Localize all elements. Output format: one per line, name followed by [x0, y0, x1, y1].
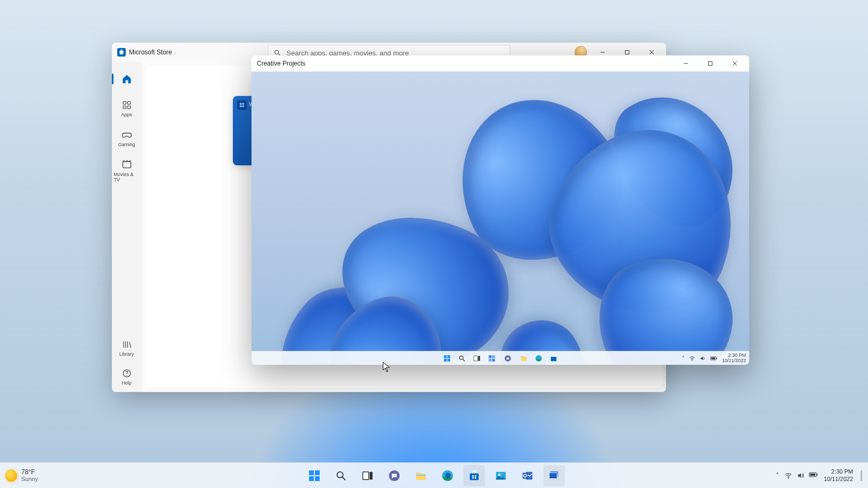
svg-rect-1: [626, 51, 629, 54]
sidebar-label-library: Library: [119, 351, 134, 357]
creative-titlebar[interactable]: Creative Projects: [252, 55, 749, 71]
vt-store-icon[interactable]: [549, 354, 558, 363]
tray-chevron-icon[interactable]: ˄: [776, 472, 779, 479]
taskbar-desktops-button[interactable]: [543, 465, 565, 486]
taskbar-time: 2:30 PM: [824, 468, 853, 475]
search-icon: [335, 469, 347, 482]
svg-rect-7: [127, 101, 130, 104]
tray-volume-icon[interactable]: [797, 471, 805, 479]
vt-taskview-icon[interactable]: [472, 354, 482, 363]
virtual-taskbar-tray: ˄ 2:30 PM 10/11/2022: [682, 353, 746, 364]
svg-rect-30: [492, 355, 495, 358]
creative-title: Creative Projects: [257, 60, 305, 67]
sidebar-label-apps: Apps: [121, 112, 132, 117]
sidebar-label-movies: Movies & TV: [114, 172, 140, 182]
vt-clock[interactable]: 2:30 PM 10/11/2022: [722, 353, 746, 364]
sidebar-item-apps[interactable]: Apps: [114, 95, 140, 121]
weather-temp: 78°F: [21, 469, 38, 476]
svg-rect-15: [240, 105, 242, 107]
library-icon: [122, 340, 132, 349]
taskbar-outlook-button[interactable]: [517, 465, 538, 486]
photos-icon: [494, 469, 507, 482]
vt-search-icon[interactable]: [457, 354, 467, 363]
virtual-desktop-taskbar: ˄ 2:30 PM 10/11/2022: [252, 351, 749, 365]
start-icon: [308, 469, 321, 482]
tray-battery-icon[interactable]: [809, 471, 818, 479]
svg-rect-46: [362, 471, 368, 479]
svg-rect-49: [416, 475, 426, 476]
vt-battery-icon[interactable]: [710, 356, 718, 361]
svg-point-25: [459, 356, 463, 359]
svg-rect-52: [472, 475, 474, 477]
taskbar-photos-button[interactable]: [490, 465, 512, 486]
svg-rect-51: [469, 473, 478, 480]
svg-rect-55: [474, 477, 476, 478]
vt-chat-icon[interactable]: [502, 354, 514, 363]
weather-sun-icon: [5, 470, 17, 482]
gaming-icon: [121, 129, 132, 140]
svg-rect-40: [309, 470, 314, 475]
svg-rect-62: [549, 473, 557, 478]
host-taskbar: 78°F Sunny: [0, 462, 868, 488]
store-icon: [468, 469, 481, 482]
svg-rect-8: [123, 106, 126, 109]
svg-rect-27: [474, 356, 477, 361]
svg-rect-22: [448, 355, 450, 358]
creative-maximize-button[interactable]: [698, 55, 723, 72]
desktops-icon: [548, 469, 561, 482]
svg-rect-29: [489, 355, 491, 358]
svg-rect-47: [369, 471, 372, 479]
vt-date: 10/11/2022: [722, 358, 746, 364]
svg-rect-6: [123, 101, 126, 104]
tray-wifi-icon[interactable]: [784, 471, 792, 479]
vt-widgets-icon[interactable]: [487, 354, 497, 363]
svg-rect-16: [242, 105, 244, 107]
taskbar-chat-button[interactable]: [384, 465, 405, 486]
creative-window-controls: [674, 55, 747, 72]
movies-icon: [121, 159, 132, 170]
creative-minimize-button[interactable]: [674, 55, 698, 72]
svg-rect-32: [492, 358, 495, 361]
vt-start-icon[interactable]: [442, 354, 452, 363]
bloom-wallpaper-art: [252, 71, 749, 365]
taskbar-weather[interactable]: 78°F Sunny: [5, 469, 38, 482]
svg-rect-38: [711, 357, 716, 359]
vt-tray-chevron-icon[interactable]: ˄: [682, 355, 685, 361]
vt-edge-icon[interactable]: [534, 354, 543, 363]
taskbar-explorer-button[interactable]: [410, 465, 432, 486]
svg-point-57: [498, 473, 500, 475]
store-app-icon: [117, 48, 126, 57]
svg-rect-41: [315, 470, 320, 475]
svg-point-4: [275, 50, 279, 54]
taskbar-start-button[interactable]: [304, 465, 325, 486]
taskbar-store-button[interactable]: [464, 465, 485, 486]
vt-volume-icon[interactable]: [700, 355, 706, 362]
taskbar-notifications-button[interactable]: [861, 470, 863, 481]
sidebar-item-help[interactable]: Help: [114, 363, 140, 389]
sidebar-label-gaming: Gaming: [118, 142, 135, 147]
svg-rect-53: [474, 475, 476, 477]
svg-rect-39: [717, 357, 717, 358]
sidebar-item-library[interactable]: Library: [114, 334, 140, 360]
taskbar-center: [304, 465, 565, 486]
svg-line-45: [342, 477, 345, 480]
taskbar-search-button[interactable]: [330, 465, 352, 486]
svg-rect-35: [551, 357, 557, 361]
sidebar-item-home[interactable]: [114, 66, 140, 92]
home-icon: [121, 74, 132, 84]
svg-rect-13: [240, 103, 242, 105]
creative-close-button[interactable]: [723, 55, 747, 72]
store-title-text: Microsoft Store: [129, 49, 172, 56]
svg-rect-66: [817, 474, 818, 476]
sidebar-item-gaming[interactable]: Gaming: [114, 124, 140, 150]
taskbar-taskview-button[interactable]: [357, 465, 378, 486]
taskbar-clock[interactable]: 2:30 PM 10/11/2022: [824, 468, 853, 482]
vt-explorer-icon[interactable]: [519, 354, 529, 363]
svg-point-36: [692, 360, 693, 361]
sidebar-item-movies[interactable]: Movies & TV: [114, 154, 140, 186]
svg-rect-24: [448, 358, 450, 361]
taskbar-edge-button[interactable]: [437, 465, 458, 486]
creative-viewport: ˄ 2:30 PM 10/11/2022: [252, 71, 749, 365]
vt-wifi-icon[interactable]: [689, 355, 695, 362]
edge-icon: [441, 469, 454, 482]
